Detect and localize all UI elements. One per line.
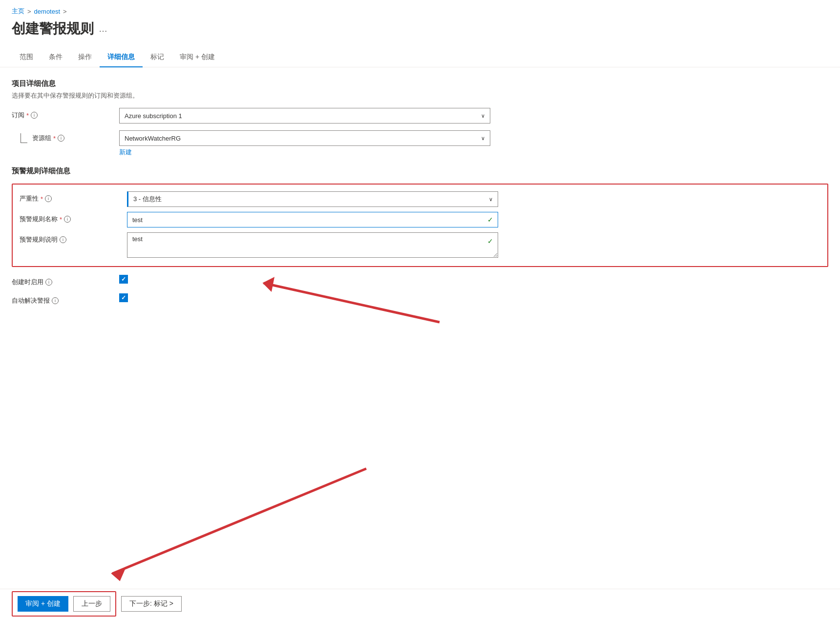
project-section-title: 项目详细信息 xyxy=(12,79,828,88)
severity-dropdown[interactable]: 3 - 信息性 ∨ xyxy=(127,191,498,207)
breadcrumb: 主页 > demotest > xyxy=(0,0,840,18)
tab-tags[interactable]: 标记 xyxy=(143,48,172,67)
resource-group-label: 资源组 * i xyxy=(12,130,119,143)
severity-chevron-icon: ∨ xyxy=(489,196,493,203)
resource-group-value: NetworkWatcherRG xyxy=(125,135,181,142)
subscription-field: Azure subscription 1 ∨ xyxy=(119,108,490,124)
alert-desc-check-icon: ✓ xyxy=(487,237,493,245)
alert-section-title: 预警规则详细信息 xyxy=(12,166,828,176)
severity-label: 严重性 * i xyxy=(20,191,127,203)
breadcrumb-sep1: > xyxy=(27,8,31,15)
page-title: 创建警报规则 xyxy=(12,20,94,38)
alert-name-row: 预警规则名称 * i ✓ xyxy=(20,212,820,227)
alert-name-field: ✓ xyxy=(127,212,498,227)
subscription-value: Azure subscription 1 xyxy=(125,112,182,120)
severity-field: 3 - 信息性 ∨ xyxy=(127,191,498,207)
tab-review-create[interactable]: 审阅 + 创建 xyxy=(172,48,223,67)
main-content: 项目详细信息 选择要在其中保存警报规则的订阅和资源组。 订阅 * i Azure… xyxy=(0,79,840,305)
severity-info-icon[interactable]: i xyxy=(45,195,52,202)
bottom-bar-inner: 审阅 + 创建 上一步 xyxy=(12,591,116,617)
subscription-row: 订阅 * i Azure subscription 1 ∨ xyxy=(12,108,828,124)
severity-row: 严重性 * i 3 - 信息性 ∨ xyxy=(20,191,820,207)
alert-desc-field: test ✓ xyxy=(127,232,498,259)
resource-group-row: 资源组 * i NetworkWatcherRG ∨ 新建 xyxy=(12,130,828,157)
resource-group-dropdown[interactable]: NetworkWatcherRG ∨ xyxy=(119,130,490,146)
alert-name-input[interactable] xyxy=(127,212,498,227)
enable-row: 创建时启用 i xyxy=(12,275,828,287)
alert-name-required: * xyxy=(60,216,62,223)
bottom-bar: 审阅 + 创建 上一步 下一步: 标记 > xyxy=(0,589,840,618)
alert-desc-label: 预警规则说明 i xyxy=(20,232,127,244)
autoresolve-field xyxy=(119,293,490,302)
autoresolve-label: 自动解决警报 i xyxy=(12,293,119,305)
review-create-button[interactable]: 审阅 + 创建 xyxy=(18,596,68,612)
autoresolve-checkbox[interactable] xyxy=(119,293,128,302)
subscription-label: 订阅 * i xyxy=(12,108,119,120)
resource-group-required: * xyxy=(53,135,56,142)
enable-checkbox[interactable] xyxy=(119,275,128,284)
svg-line-2 xyxy=(112,469,366,574)
project-section-desc: 选择要在其中保存警报规则的订阅和资源组。 xyxy=(12,91,828,100)
alert-name-check-icon: ✓ xyxy=(487,216,493,224)
alert-name-input-wrapper: ✓ xyxy=(127,212,498,227)
breadcrumb-demotest[interactable]: demotest xyxy=(34,8,60,15)
alert-desc-textarea-wrapper: test ✓ xyxy=(127,232,498,259)
subscription-chevron-icon: ∨ xyxy=(481,113,485,119)
breadcrumb-home[interactable]: 主页 xyxy=(12,7,24,16)
resource-group-chevron-icon: ∨ xyxy=(481,135,485,142)
severity-required: * xyxy=(41,195,43,203)
alert-name-label: 预警规则名称 * i xyxy=(20,212,127,224)
page-options-dots[interactable]: … xyxy=(99,24,107,34)
alert-desc-info-icon[interactable]: i xyxy=(60,236,66,243)
tab-condition[interactable]: 条件 xyxy=(41,48,70,67)
autoresolve-info-icon[interactable]: i xyxy=(52,297,59,304)
page-header: 创建警报规则 … xyxy=(0,18,840,48)
tab-action[interactable]: 操作 xyxy=(70,48,100,67)
breadcrumb-sep2: > xyxy=(63,8,67,15)
subscription-required: * xyxy=(26,112,29,119)
alert-desc-textarea[interactable]: test xyxy=(127,232,498,258)
alert-name-info-icon[interactable]: i xyxy=(64,216,71,223)
enable-field xyxy=(119,275,490,284)
severity-value: 3 - 信息性 xyxy=(133,195,162,204)
next-step-button[interactable]: 下一步: 标记 > xyxy=(121,596,182,612)
enable-label: 创建时启用 i xyxy=(12,275,119,287)
new-resource-group-link[interactable]: 新建 xyxy=(119,148,132,157)
resource-group-info-icon[interactable]: i xyxy=(58,135,64,142)
alert-detail-box: 严重性 * i 3 - 信息性 ∨ 预警规则名称 * i xyxy=(12,184,828,267)
subscription-info-icon[interactable]: i xyxy=(31,112,38,119)
resource-group-field: NetworkWatcherRG ∨ 新建 xyxy=(119,130,490,157)
tabs-bar: 范围 条件 操作 详细信息 标记 审阅 + 创建 xyxy=(0,48,840,67)
alert-desc-row: 预警规则说明 i test ✓ xyxy=(20,232,820,259)
autoresolve-row: 自动解决警报 i xyxy=(12,293,828,305)
svg-marker-3 xyxy=(112,569,125,580)
enable-info-icon[interactable]: i xyxy=(45,279,52,286)
tab-scope[interactable]: 范围 xyxy=(12,48,41,67)
subscription-dropdown[interactable]: Azure subscription 1 ∨ xyxy=(119,108,490,124)
prev-step-button[interactable]: 上一步 xyxy=(73,596,110,612)
tab-details[interactable]: 详细信息 xyxy=(100,48,143,67)
